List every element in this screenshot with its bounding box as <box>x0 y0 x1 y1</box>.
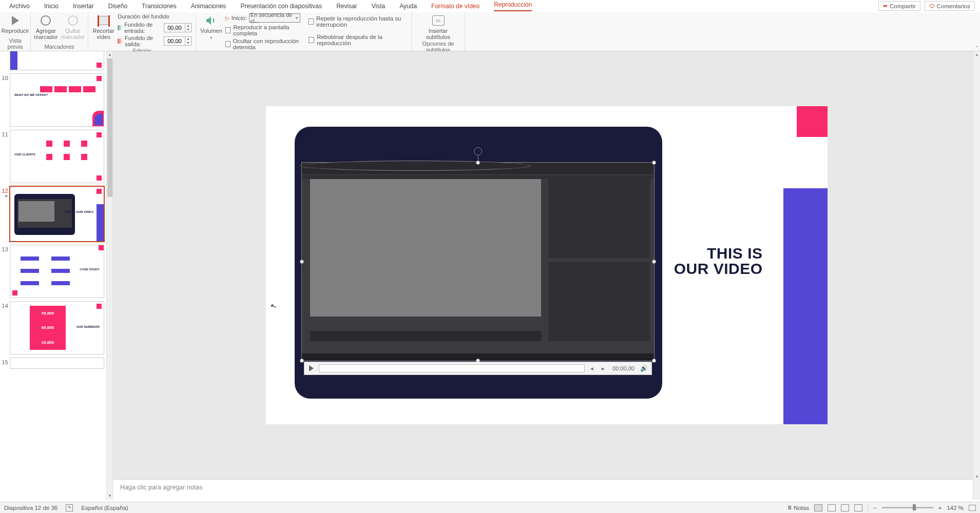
fade-in-up[interactable]: ▲ <box>185 24 191 28</box>
editor-scrollbar[interactable]: ▲ ▼ <box>973 51 980 500</box>
media-mute-button[interactable]: 🔊 <box>640 365 648 372</box>
scroll-down-button[interactable]: ▼ <box>107 492 113 500</box>
tab-formato-video[interactable]: Formato de vídeo <box>431 3 479 10</box>
fit-window-button[interactable] <box>969 505 976 511</box>
language-button[interactable]: Español (España) <box>81 505 128 511</box>
fade-in-down[interactable]: ▼ <box>185 28 191 32</box>
slide-thumb-11[interactable]: OUR CLIENTS <box>10 130 104 183</box>
thumb12-title: THIS IS OUR VIDEO <box>65 210 93 213</box>
fade-in-label: Fundido de entrada: <box>124 22 162 34</box>
thumb11-title: OUR CLIENTS <box>14 153 35 156</box>
slide-number: 13 <box>1 245 8 252</box>
tab-revisar[interactable]: Revisar <box>336 3 357 10</box>
resize-handle[interactable] <box>652 161 656 165</box>
media-step-fwd-button[interactable]: ▸ <box>599 365 607 372</box>
media-seek-track[interactable] <box>319 364 585 372</box>
slide-canvas[interactable]: THIS IS OUR VIDEO <box>113 51 980 479</box>
notes-icon: ≣ <box>787 505 792 510</box>
view-slideshow-button[interactable] <box>854 504 862 511</box>
tab-archivo[interactable]: Archivo <box>9 3 30 10</box>
fade-in-icon <box>118 25 122 30</box>
group-label-bookmarks: Marcadores <box>35 43 84 51</box>
slide-thumb-13[interactable]: CASE STUDY <box>10 245 104 298</box>
tab-animaciones[interactable]: Animaciones <box>191 3 226 10</box>
tab-vista[interactable]: Vista <box>372 3 385 10</box>
fade-out-input[interactable] <box>164 38 185 44</box>
tab-inicio[interactable]: Inicio <box>44 3 59 10</box>
fade-out-down[interactable]: ▼ <box>185 41 191 45</box>
tab-insertar[interactable]: Insertar <box>73 3 94 10</box>
scroll-thumb[interactable] <box>107 58 112 197</box>
zoom-slider[interactable] <box>882 507 933 508</box>
fade-out-spinner[interactable]: ▲▼ <box>164 36 191 46</box>
play-button[interactable]: Reproducir <box>2 13 29 34</box>
resize-handle[interactable] <box>300 359 304 363</box>
tab-presentacion[interactable]: Presentación con diapositivas <box>240 3 322 10</box>
trim-video-button[interactable]: Recortar vídeo <box>92 13 114 40</box>
media-step-back-button[interactable]: ◂ <box>588 365 596 372</box>
rotate-handle[interactable] <box>474 147 482 155</box>
fade-out-up[interactable]: ▲ <box>185 37 191 41</box>
scroll-up-button[interactable]: ▲ <box>973 52 980 57</box>
loop-checkbox[interactable]: Repetir la reproducción hasta su interru… <box>309 15 407 28</box>
collapse-ribbon-button[interactable]: ˄ <box>975 45 978 51</box>
notes-pane[interactable]: Haga clic para agregar notas <box>113 479 980 500</box>
slide-thumb-9[interactable] <box>10 51 104 70</box>
slide-number: 10 <box>1 74 8 81</box>
chevron-down-icon: ▼ <box>295 16 299 21</box>
start-flag-icon: ▷ <box>225 15 229 21</box>
tab-reproduccion[interactable]: Reproducción <box>494 1 532 11</box>
slide-thumb-14[interactable]: 50,000 80,000 20,000 OUR NUMBERS <box>10 302 104 354</box>
tab-diseno[interactable]: Diseño <box>108 3 127 10</box>
slide-title[interactable]: THIS IS OUR VIDEO <box>674 246 763 277</box>
decor-pink-square <box>797 106 828 137</box>
add-bookmark-button[interactable]: Agregar marcador <box>34 13 57 40</box>
current-slide[interactable]: THIS IS OUR VIDEO <box>266 106 828 424</box>
hide-stopped-checkbox[interactable]: Ocultar con reproducción detenida <box>225 38 302 50</box>
video-object[interactable] <box>302 163 654 361</box>
notes-toggle-button[interactable]: ≣Notas <box>787 505 809 511</box>
spellcheck-icon[interactable]: ✎ <box>66 504 73 511</box>
slide-thumbnails-panel: 9 10 WHAT DO WE OFFER? <box>0 51 113 500</box>
view-reading-button[interactable] <box>841 504 849 511</box>
slide-thumb-12[interactable]: THIS IS OUR VIDEO <box>10 187 104 241</box>
view-normal-button[interactable] <box>814 504 822 511</box>
scroll-down-button[interactable]: ▼ <box>973 475 980 479</box>
share-icon: ➦ <box>883 3 888 9</box>
thumbnails-scrollbar[interactable]: ▲ ▼ <box>106 51 112 500</box>
insert-captions-button[interactable]: cc Insertar subtítulos <box>420 13 457 40</box>
volume-icon <box>205 14 217 27</box>
resize-handle[interactable] <box>300 260 304 264</box>
slide-thumb-10[interactable]: WHAT DO WE OFFER? <box>10 74 104 126</box>
media-play-button[interactable] <box>308 365 316 371</box>
fade-out-label: Fundido de salida: <box>125 35 162 47</box>
zoom-value[interactable]: 142 % <box>947 505 964 511</box>
fade-in-spinner[interactable]: ▲▼ <box>164 23 191 32</box>
slide-title-line2: OUR VIDEO <box>674 261 763 277</box>
share-label: Compartir <box>890 3 915 9</box>
resize-handle[interactable] <box>652 260 656 264</box>
resize-handle[interactable] <box>300 161 531 171</box>
rewind-checkbox[interactable]: Rebobinar después de la reproducción <box>309 34 407 46</box>
tab-ayuda[interactable]: Ayuda <box>399 3 417 10</box>
share-button[interactable]: ➦Compartir <box>878 1 920 11</box>
start-dropdown[interactable]: En secuencia de cl... ▼ <box>249 13 300 23</box>
resize-handle[interactable] <box>652 359 656 363</box>
tab-transiciones[interactable]: Transiciones <box>142 3 177 10</box>
slide-counter[interactable]: Diapositiva 12 de 36 <box>4 505 57 511</box>
zoom-out-button[interactable]: − <box>873 505 877 511</box>
view-sorter-button[interactable] <box>828 504 836 511</box>
fullscreen-checkbox[interactable]: Reproducir a pantalla completa <box>225 24 302 36</box>
volume-button[interactable]: Volumen ▼ <box>200 13 222 41</box>
slide-thumb-15[interactable] <box>10 358 104 368</box>
zoom-slider-handle[interactable] <box>913 504 916 510</box>
play-icon <box>309 365 314 371</box>
fade-in-input[interactable] <box>164 25 185 31</box>
thumb14-title: OUR NUMBERS <box>76 325 100 328</box>
resize-handle[interactable] <box>476 161 480 165</box>
thumb14-n2: 80,000 <box>42 325 54 330</box>
zoom-in-button[interactable]: + <box>938 505 942 511</box>
comments-button[interactable]: 🗨Comentarios <box>925 1 975 11</box>
bookmark-add-icon <box>40 14 52 27</box>
scroll-up-button[interactable]: ▲ <box>107 51 113 58</box>
